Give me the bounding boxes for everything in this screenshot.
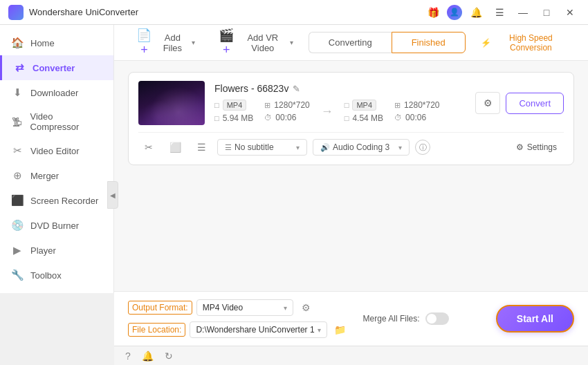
output-settings-icon: ⚙ — [302, 302, 311, 313]
high-speed-label: High Speed Conversion — [495, 33, 567, 53]
sidebar-item-merger[interactable]: ⊕ Merger — [0, 163, 113, 188]
player-icon: ▶ — [11, 244, 24, 256]
recorder-icon: ⬛ — [11, 194, 24, 207]
tab-converting[interactable]: Converting — [309, 32, 392, 53]
crop-button[interactable]: ⬜ — [165, 138, 185, 156]
sidebar-item-downloader[interactable]: ⬇ Downloader — [0, 80, 113, 105]
dest-format: MP4 — [352, 100, 376, 111]
source-size-row: □ 5.94 MB — [214, 113, 253, 123]
file-name: Flowers - 66823v ✎ — [214, 83, 466, 94]
tab-finished[interactable]: Finished — [392, 32, 466, 53]
crop-icon: ⬜ — [169, 142, 181, 153]
downloader-icon: ⬇ — [11, 86, 24, 99]
maximize-button[interactable]: □ — [537, 4, 556, 21]
sidebar-item-label: Screen Recorder — [30, 196, 98, 206]
sidebar-item-home[interactable]: 🏠 Home — [0, 30, 113, 55]
add-vr-chevron-icon: ▾ — [290, 39, 293, 46]
info-button[interactable]: ⓘ — [415, 140, 430, 155]
add-vr-icon: 🎬+ — [217, 28, 236, 57]
cut-button[interactable]: ✂ — [138, 138, 159, 156]
source-col: □ MP4 □ 5.94 MB — [214, 100, 253, 123]
menu-icon[interactable]: ☰ — [490, 4, 509, 21]
output-format-field: Output Format: MP4 Video ▾ ⚙ — [128, 299, 349, 317]
window-controls: 🎁 👤 🔔 ☰ — □ ✕ — [423, 4, 580, 21]
app-title: Wondershare UniConverter — [29, 7, 423, 17]
source-size: 5.94 MB — [223, 113, 254, 123]
merge-toggle[interactable] — [425, 312, 449, 325]
collapse-sidebar-button[interactable]: ◀ — [107, 181, 118, 209]
footer-fields: Output Format: MP4 Video ▾ ⚙ File Locati… — [128, 299, 349, 339]
bottom-footer: Output Format: MP4 Video ▾ ⚙ File Locati… — [114, 291, 588, 346]
file-settings-icon: ⚙ — [484, 97, 493, 109]
audio-label: Audio Coding 3 — [333, 142, 389, 152]
settings-text-label: Settings — [527, 142, 557, 152]
output-format-select[interactable]: MP4 Video ▾ — [196, 299, 293, 316]
notification-bell-icon[interactable]: 🔔 — [142, 350, 154, 362]
bell-icon[interactable]: 🔔 — [466, 4, 486, 21]
lightning-icon: ⚡ — [481, 38, 491, 48]
source-duration-row: ⏱ 00:06 — [264, 113, 309, 122]
subtitle-select[interactable]: ☰ No subtitle ▾ — [217, 139, 307, 156]
thumbnail-overlay — [138, 81, 205, 125]
help-icon[interactable]: ? — [125, 350, 131, 362]
file-card-actions: ⚙ Convert — [475, 92, 564, 114]
subtitle-icon: ☰ — [225, 143, 232, 152]
settings-small-icon: ⚙ — [516, 142, 524, 152]
content-area: 📄+ Add Files ▾ 🎬+ Add VR Video ▾ Convert… — [114, 25, 588, 365]
refresh-icon[interactable]: ↻ — [165, 350, 173, 362]
file-thumbnail — [138, 81, 205, 125]
merge-area: Merge All Files: — [363, 312, 449, 325]
duration-icon: ⏱ — [264, 113, 272, 122]
sidebar-item-label: Player — [30, 245, 56, 256]
file-card-top: Flowers - 66823v ✎ □ MP4 — [138, 81, 564, 125]
minimize-button[interactable]: — — [513, 4, 533, 21]
sidebar-wrapper: 🏠 Home ⇄ Converter ⬇ Downloader 🗜 Video … — [0, 25, 114, 365]
close-button[interactable]: ✕ — [560, 4, 580, 21]
file-info: Flowers - 66823v ✎ □ MP4 — [214, 83, 466, 123]
file-location-field: File Location: D:\Wondershare UniConvert… — [128, 321, 349, 339]
dest-resolution-icon: ⊞ — [394, 101, 401, 110]
source-resolution-row: ⊞ 1280*720 — [264, 100, 309, 110]
output-format-label: Output Format: — [128, 301, 192, 315]
effects-button[interactable]: ☰ — [191, 138, 212, 156]
sidebar-item-player[interactable]: ▶ Player — [0, 238, 113, 263]
source-detail-col: ⊞ 1280*720 ⏱ 00:06 — [264, 100, 309, 122]
dest-resolution-row: ⊞ 1280*720 — [394, 100, 439, 110]
gift-icon[interactable]: 🎁 — [423, 4, 443, 21]
info-icon: ⓘ — [419, 142, 427, 153]
dest-duration-row: ⏱ 00:06 — [394, 113, 439, 122]
user-avatar[interactable]: 👤 — [447, 5, 462, 20]
meta-source: □ MP4 □ 5.94 MB — [214, 100, 310, 123]
file-location-select[interactable]: D:\Wondershare UniConverter 1 ▾ — [190, 321, 327, 338]
sidebar-item-screen-recorder[interactable]: ⬛ Screen Recorder — [0, 188, 113, 213]
edit-filename-icon[interactable]: ✎ — [293, 84, 300, 94]
sidebar-item-video-compressor[interactable]: 🗜 Video Compressor — [0, 105, 113, 138]
add-vr-button[interactable]: 🎬+ Add VR Video ▾ — [210, 25, 300, 62]
converter-icon: ⇄ — [13, 62, 26, 74]
resolution-icon: ⊞ — [264, 101, 270, 110]
convert-button[interactable]: Convert — [506, 93, 564, 114]
file-location-value: D:\Wondershare UniConverter 1 — [196, 325, 314, 335]
dest-duration-icon: ⏱ — [394, 113, 402, 122]
browse-folder-button[interactable]: 📁 — [331, 321, 349, 339]
tab-converting-label: Converting — [329, 37, 372, 48]
file-card: Flowers - 66823v ✎ □ MP4 — [128, 72, 574, 165]
sidebar-item-video-editor[interactable]: ✂ Video Editor — [0, 138, 113, 163]
start-all-button[interactable]: Start All — [496, 305, 574, 333]
sidebar-item-label: Merger — [30, 171, 59, 181]
sidebar-item-label: Converter — [33, 63, 75, 73]
sidebar-item-label: Toolbox — [30, 270, 62, 281]
output-format-settings-button[interactable]: ⚙ — [297, 299, 315, 317]
high-speed-button[interactable]: ⚡ High Speed Conversion — [474, 30, 574, 56]
file-settings-button[interactable]: ⚙ — [475, 92, 500, 114]
sidebar-item-toolbox[interactable]: 🔧 Toolbox — [0, 263, 113, 288]
add-files-button[interactable]: 📄+ Add Files ▾ — [128, 25, 202, 62]
size-icon: □ — [214, 114, 219, 122]
settings-text-button[interactable]: ⚙ Settings — [509, 140, 564, 155]
sidebar-item-dvd-burner[interactable]: 💿 DVD Burner — [0, 213, 113, 238]
sidebar-item-converter[interactable]: ⇄ Converter — [0, 55, 113, 80]
audio-select[interactable]: 🔊 Audio Coding 3 ▾ — [313, 139, 410, 156]
main-layout: 🏠 Home ⇄ Converter ⬇ Downloader 🗜 Video … — [0, 25, 588, 365]
content-inner: Flowers - 66823v ✎ □ MP4 — [114, 61, 588, 291]
meta-dest: □ MP4 □ 4.54 MB — [344, 100, 440, 123]
